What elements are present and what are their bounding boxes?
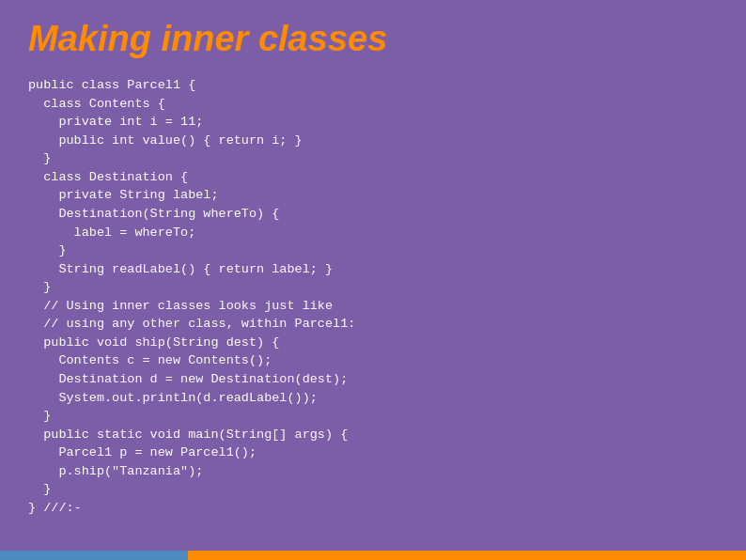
code-block: public class Parcel1 { class Contents { … [28, 76, 718, 518]
slide-title: Making inner classes [28, 19, 718, 59]
slide: Making inner classes public class Parcel… [0, 0, 746, 560]
bottom-bar [0, 551, 746, 560]
bottom-bar-accent [0, 551, 188, 560]
